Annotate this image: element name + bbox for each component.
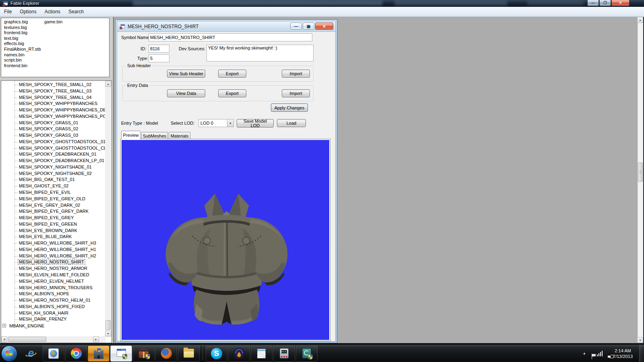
- file-list-item[interactable]: textures.big: [4, 25, 41, 31]
- tree-item[interactable]: MESH_SPOOKY_WHIPPYBRANCHES: [1, 101, 105, 107]
- entry-data-export-button[interactable]: Export: [218, 89, 246, 97]
- save-model-lod-button[interactable]: Save Model LOD: [237, 119, 274, 128]
- mdi-vertical-scrollbar[interactable]: ▲ ▼: [637, 17, 643, 343]
- tree-scrollbar-thumb[interactable]: [105, 320, 111, 330]
- menu-item[interactable]: File: [0, 7, 16, 17]
- tree-item[interactable]: MESH_GHOST_EYE_02: [1, 183, 105, 189]
- expand-icon[interactable]: +: [2, 324, 6, 327]
- tree-item[interactable]: MESH_SPOOKY_WHIPPYBRANCHES_POL: [1, 113, 105, 120]
- sub-header-export-button[interactable]: Export: [218, 70, 246, 78]
- type-input[interactable]: [149, 54, 169, 62]
- apply-changes-button[interactable]: Apply Changes: [271, 103, 308, 112]
- tree-item[interactable]: MESH_BIG_OAK_TEST_01: [1, 177, 105, 183]
- tree-item[interactable]: MESH_SPOOKY_DEADBRACKEN_LP_01: [1, 158, 105, 164]
- tree-item[interactable]: MESH_ALBION'S_HOPE: [1, 291, 105, 297]
- id-input[interactable]: [149, 45, 169, 53]
- tree-item[interactable]: MESH_SPOOKY_TREE_SMALL_02: [1, 82, 105, 88]
- tree-item[interactable]: MESH_HERO_NOSTRO_ARMOR: [1, 265, 105, 272]
- file-list-item[interactable]: frontend.big: [4, 30, 41, 36]
- tree-item[interactable]: MESH_SPOOKY_GRASS_01: [1, 120, 105, 126]
- child-restore-button[interactable]: ▣: [303, 23, 314, 30]
- tree-item[interactable]: MESH_SPOOKY_GHOSTTOADSTOOL_01: [1, 139, 105, 145]
- tree-item[interactable]: MESH_BIPED_EYE_GREY_DARK: [1, 208, 105, 215]
- tree-item[interactable]: MESH_HERO_NOSTRO_SHIRT: [1, 259, 105, 265]
- tree-horizontal-scrollbar[interactable]: ◄ ►: [1, 336, 105, 343]
- archive-file-list[interactable]: graphics.bigtextures.bigfrontend.bigtext…: [1, 18, 109, 77]
- tree-item[interactable]: MESH_HERO_NOSTRO_HELM_01: [1, 297, 105, 304]
- window-maximize-button[interactable]: ❐: [599, 0, 611, 6]
- child-minimize-button[interactable]: —: [290, 23, 302, 30]
- scroll-down-icon[interactable]: ▼: [637, 337, 643, 343]
- model-viewport[interactable]: [122, 140, 329, 340]
- file-list-item[interactable]: text.big: [4, 36, 41, 41]
- scroll-up-icon[interactable]: ▲: [637, 17, 643, 23]
- menu-item[interactable]: Actions: [41, 7, 64, 17]
- view-data-button[interactable]: View Data: [167, 89, 205, 97]
- scroll-up-icon[interactable]: ▲: [105, 81, 111, 87]
- tab-submeshes[interactable]: SubMeshes: [141, 132, 168, 139]
- entry-data-import-button[interactable]: Import: [282, 89, 310, 97]
- tree-item[interactable]: MESH_SPOOKY_GRASS_03: [1, 132, 105, 139]
- taskbar-teal-app-icon[interactable]: [296, 346, 318, 362]
- file-list-item[interactable]: FinalAlbion_RT.stb: [4, 47, 41, 52]
- taskbar-hardware-monitor-icon[interactable]: [273, 346, 295, 362]
- view-sub-header-button[interactable]: View Sub Header: [167, 70, 205, 78]
- tree-item[interactable]: MESH_SPOOKY_GHOSTTOADSTOOL_CLU: [1, 145, 105, 152]
- taskbar-chrome-icon[interactable]: [65, 346, 87, 362]
- tree-item[interactable]: MESH_EYE_BROWN_DARK: [1, 228, 105, 234]
- tree-item-mbank-engine[interactable]: + MBANK_ENGINE: [1, 323, 44, 329]
- taskbar-firefox-icon[interactable]: [155, 346, 177, 362]
- taskbar-audacity-icon[interactable]: [228, 346, 250, 362]
- tree-item[interactable]: MESH_HERO_WILLROBE_SHIRT_H1: [1, 247, 105, 253]
- taskbar-notepad-icon[interactable]: [251, 346, 272, 362]
- file-list-item[interactable]: graphics.big: [4, 19, 41, 25]
- tree-item[interactable]: MESH_SPOOKY_NIGHTSHADE_02: [1, 171, 105, 177]
- load-button[interactable]: Load: [277, 119, 306, 127]
- tree-vertical-scrollbar[interactable]: ▲ ▼: [105, 81, 111, 337]
- tree-item[interactable]: MESH_HERO_ELVEN_HELMET: [1, 278, 105, 285]
- tree-item[interactable]: MESH_BIPED_EYE_GREY_OLD: [1, 196, 105, 202]
- tree-item[interactable]: MESH_BIPED_EYE_EVIL: [1, 189, 105, 196]
- file-list-item[interactable]: game.bin: [44, 19, 62, 25]
- clock[interactable]: 2:14 AM 7/13/2013: [613, 348, 633, 359]
- tree-item[interactable]: MESH_HERO_WILLROBE_SHIRT_H2: [1, 253, 105, 259]
- taskbar-fable-explorer-active-icon[interactable]: [110, 346, 132, 362]
- taskbar-skype-icon[interactable]: S: [206, 346, 227, 362]
- tree-item[interactable]: MESH_SPOOKY_GRASS_02: [1, 126, 105, 132]
- tree-item[interactable]: MESH_SPOOKY_NIGHTSHADE_01: [1, 164, 105, 171]
- scroll-down-icon[interactable]: ▼: [105, 331, 111, 337]
- file-list-item[interactable]: names.bin: [4, 52, 41, 58]
- tree-item[interactable]: MESH_ELVEN_HELMET_FOLDED: [1, 272, 105, 278]
- tree-item[interactable]: MESH_BIPED_EYE_GREEN: [1, 221, 105, 228]
- tree-item[interactable]: MESH_HERO_WILLROBE_SHIRT_H3: [1, 240, 105, 247]
- tree-hscrollbar-thumb[interactable]: [8, 337, 46, 342]
- mdi-scrollbar-thumb[interactable]: [638, 162, 643, 182]
- network-icon[interactable]: [597, 351, 603, 356]
- sub-header-import-button[interactable]: Import: [282, 70, 310, 78]
- tree-item[interactable]: MESH_SPOOKY_TREE_SMALL_03: [1, 88, 105, 95]
- taskbar-internet-explorer-icon[interactable]: e: [20, 346, 42, 362]
- tree-item[interactable]: MESH_HERO_MINION_TROUSERS: [1, 285, 105, 291]
- dev-sources-input[interactable]: YES! My first working skinweight! :): [206, 45, 314, 62]
- file-list-item[interactable]: frontend.bin: [4, 63, 41, 69]
- taskbar-gift-app-icon[interactable]: [133, 346, 155, 362]
- taskbar-fable-castle-icon[interactable]: [88, 346, 109, 362]
- scroll-left-icon[interactable]: ◄: [1, 336, 7, 342]
- lod-select[interactable]: LOD 0 ▼: [198, 119, 234, 127]
- tree-item[interactable]: MESH_BIPED_EYE_GREY: [1, 215, 105, 221]
- scroll-right-icon[interactable]: ►: [93, 336, 99, 342]
- tree-item[interactable]: MESH_KH_SORA_HAIR: [1, 310, 105, 317]
- tree-item[interactable]: MESH_SPOOKY_DEADBRACKEN_01: [1, 151, 105, 158]
- file-list-item[interactable]: script.bin: [4, 58, 41, 63]
- start-button[interactable]: [1, 346, 17, 362]
- tree-item[interactable]: MESH_SPOOKY_TREE_SMALL_04: [1, 95, 105, 101]
- child-close-button[interactable]: ✕: [315, 23, 333, 30]
- tree-item[interactable]: MESH_EYE_BLUE_DARK: [1, 234, 105, 240]
- window-close-button[interactable]: ✕: [611, 0, 630, 6]
- file-list-item[interactable]: effects.big: [4, 41, 41, 47]
- window-minimize-button[interactable]: —: [587, 0, 599, 6]
- tab-preview[interactable]: Preview: [121, 131, 140, 139]
- tree-item[interactable]: MESH_EYE_GREY_DARK_02: [1, 202, 105, 209]
- taskbar-windows-explorer-icon[interactable]: [178, 346, 200, 362]
- menu-item[interactable]: Options: [16, 7, 40, 17]
